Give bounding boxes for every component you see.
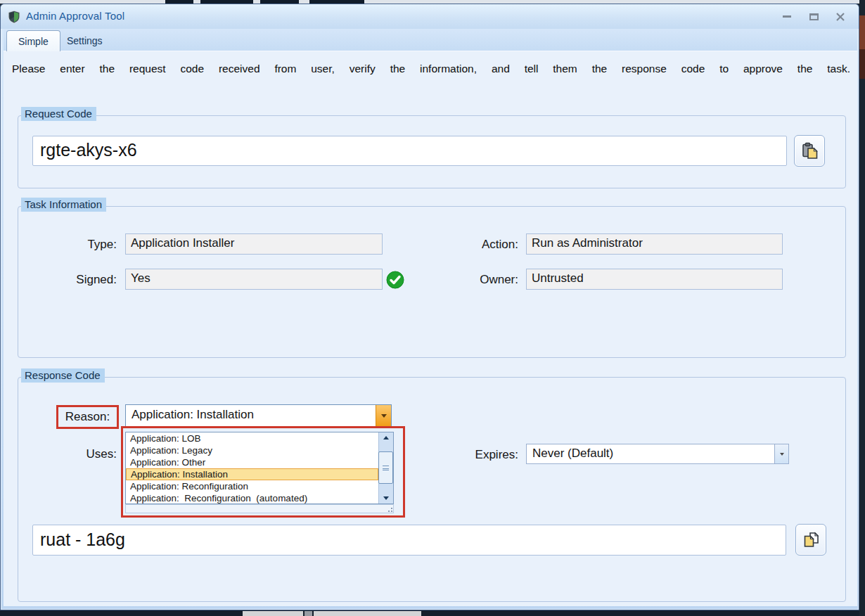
window-title: Admin Approval Tool bbox=[26, 10, 124, 22]
dropdown-resize-bar bbox=[125, 504, 394, 513]
background-fragment bbox=[859, 49, 865, 79]
expires-label: Expires: bbox=[434, 448, 518, 462]
type-label: Type: bbox=[29, 238, 117, 252]
reason-dropdown-button[interactable] bbox=[376, 405, 391, 426]
tab-strip: Simple Settings bbox=[4, 29, 857, 51]
request-code-input[interactable] bbox=[32, 136, 787, 166]
response-code-group-label: Response Code bbox=[21, 368, 105, 383]
maximize-button[interactable] bbox=[805, 11, 822, 23]
signature-verified-icon bbox=[386, 271, 404, 289]
reason-selected-value: Application: Installation bbox=[126, 408, 376, 423]
expires-dropdown-button[interactable] bbox=[774, 444, 788, 463]
background-fragment bbox=[305, 611, 312, 616]
dropdown-scrollbar[interactable] bbox=[378, 432, 393, 503]
background-fragment bbox=[314, 611, 421, 616]
option-application-reconfiguration[interactable]: Application: Reconfiguration bbox=[126, 480, 378, 492]
paste-icon bbox=[800, 141, 819, 160]
admin-approval-tool-window: Admin Approval Tool Simple Settings Plea… bbox=[0, 4, 859, 610]
response-code-output[interactable] bbox=[32, 525, 786, 556]
paste-request-code-button[interactable] bbox=[794, 135, 825, 167]
background-taskbar-sliver bbox=[0, 610, 859, 616]
reason-options: Application: LOB Application: Legacy App… bbox=[126, 432, 378, 503]
chevron-down-icon bbox=[381, 414, 387, 418]
background-fragment bbox=[859, 15, 865, 49]
minimize-button[interactable] bbox=[778, 11, 795, 23]
triangle-down-icon bbox=[383, 496, 389, 500]
signed-label: Signed: bbox=[29, 273, 117, 287]
tab-simple[interactable]: Simple bbox=[6, 30, 60, 51]
chevron-down-icon bbox=[780, 453, 784, 456]
minimize-icon bbox=[783, 15, 791, 18]
background-window-right-sliver bbox=[859, 0, 865, 616]
shield-icon bbox=[7, 10, 21, 24]
scrollbar-thumb[interactable] bbox=[378, 451, 393, 484]
instruction-text: Please enter the request code received f… bbox=[12, 63, 850, 75]
close-icon bbox=[835, 13, 845, 21]
resize-grip[interactable] bbox=[387, 506, 392, 512]
reason-dropdown-annotation: Application: LOB Application: Legacy App… bbox=[121, 426, 405, 518]
expires-selected-value: Never (Default) bbox=[527, 447, 774, 462]
action-field bbox=[526, 233, 783, 255]
owner-label: Owner: bbox=[434, 273, 518, 287]
window-controls bbox=[778, 11, 849, 23]
signed-field bbox=[125, 269, 383, 290]
background-fragment bbox=[243, 611, 303, 616]
close-button[interactable] bbox=[832, 11, 849, 23]
grip-icon bbox=[383, 466, 389, 470]
option-application-other[interactable]: Application: Other bbox=[126, 456, 378, 468]
screenshot-root: Admin Approval Tool Simple Settings Plea… bbox=[0, 0, 865, 616]
copy-icon bbox=[802, 530, 821, 549]
type-field bbox=[125, 233, 383, 255]
uses-label: Uses: bbox=[29, 447, 117, 461]
option-application-legacy[interactable]: Application: Legacy bbox=[126, 444, 378, 456]
owner-field bbox=[526, 269, 783, 290]
triangle-up-icon bbox=[383, 436, 389, 439]
option-application-reconfiguration-automated[interactable]: Application: Reconfiguration (automated) bbox=[126, 492, 378, 503]
titlebar[interactable]: Admin Approval Tool bbox=[1, 4, 859, 29]
request-code-group-label: Request Code bbox=[21, 107, 96, 121]
option-application-installation[interactable]: Application: Installation bbox=[126, 468, 378, 480]
task-information-group-label: Task Information bbox=[21, 198, 106, 212]
copy-response-code-button[interactable] bbox=[795, 524, 826, 556]
reason-combobox[interactable]: Application: Installation bbox=[125, 404, 392, 427]
reason-dropdown-list: Application: LOB Application: Legacy App… bbox=[125, 432, 394, 504]
reason-label-annotation: Reason: bbox=[56, 405, 119, 429]
expires-combobox[interactable]: Never (Default) bbox=[526, 444, 789, 464]
action-label: Action: bbox=[434, 238, 518, 252]
scroll-down-button[interactable] bbox=[379, 493, 393, 503]
tab-settings[interactable]: Settings bbox=[56, 30, 114, 51]
maximize-icon bbox=[809, 13, 819, 20]
scroll-up-button[interactable] bbox=[379, 432, 393, 443]
option-application-lob[interactable]: Application: LOB bbox=[126, 432, 378, 444]
reason-label: Reason: bbox=[65, 410, 110, 424]
